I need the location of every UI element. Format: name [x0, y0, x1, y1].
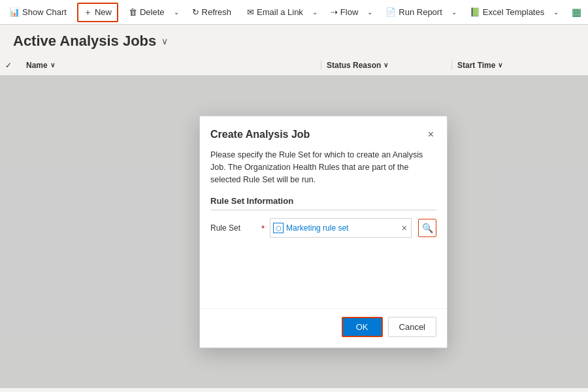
plus-icon: ＋: [84, 7, 92, 18]
chart-icon: 📊: [9, 7, 20, 17]
search-rule-set-button[interactable]: 🔍: [418, 219, 436, 237]
page-title: Active Analysis Jobs: [13, 33, 156, 50]
column-headers: ✓ Name ∨ Status Reason ∨ Start Time ∨: [0, 55, 588, 76]
flow-chevron[interactable]: ⌄: [365, 6, 375, 18]
run-report-label: Run Report: [399, 7, 442, 17]
rule-set-input[interactable]: ⬡ Marketing rule set ×: [270, 218, 412, 238]
new-button[interactable]: ＋ New: [77, 3, 118, 22]
col-start-header[interactable]: Start Time ∨: [452, 61, 583, 70]
col-name-header[interactable]: Name ∨: [26, 61, 321, 70]
delete-chevron[interactable]: ⌄: [171, 6, 182, 18]
show-chart-button[interactable]: 📊 Show Chart: [4, 5, 72, 20]
flow-button[interactable]: ⇢ Flow: [325, 5, 363, 20]
rule-set-value: Marketing rule set: [286, 223, 398, 233]
delete-icon: 🗑: [129, 7, 137, 17]
rule-set-label: Rule Set: [210, 223, 256, 233]
delete-button[interactable]: 🗑 Delete: [123, 5, 170, 20]
flow-label: Flow: [340, 7, 358, 17]
name-col-label: Name: [26, 61, 48, 70]
status-col-chevron: ∨: [384, 61, 388, 69]
grid-icon: ▦: [572, 6, 581, 18]
section-label: Rule Set Information: [210, 196, 436, 210]
cancel-button[interactable]: Cancel: [388, 317, 436, 337]
delete-label: Delete: [140, 7, 165, 17]
modal-description: Please specify the Rule Set for which to…: [210, 149, 436, 186]
refresh-button[interactable]: ↻ Refresh: [187, 5, 237, 20]
name-col-chevron: ∨: [50, 61, 55, 69]
create-analysis-job-modal: Create Analysis Job × Please specify the…: [199, 116, 448, 348]
email-link-label: Email a Link: [257, 7, 303, 17]
rule-set-label-text: Rule Set: [210, 223, 240, 233]
run-report-button[interactable]: 📄 Run Report: [380, 5, 447, 20]
run-report-chevron[interactable]: ⌄: [449, 6, 459, 18]
refresh-icon: ↻: [192, 7, 199, 17]
status-col-label: Status Reason: [327, 61, 381, 70]
email-link-button[interactable]: ✉ Email a Link: [242, 5, 308, 20]
required-star: *: [261, 223, 265, 233]
col-status-header[interactable]: Status Reason ∨: [321, 61, 452, 70]
refresh-label: Refresh: [202, 7, 232, 17]
flow-icon: ⇢: [331, 7, 338, 17]
clear-icon: ×: [402, 223, 407, 233]
close-icon: ×: [428, 129, 434, 140]
modal-footer: OK Cancel: [200, 308, 447, 348]
checkmark-icon: ✓: [5, 61, 12, 70]
report-icon: 📄: [385, 7, 396, 17]
rule-set-field-row: Rule Set * ⬡ Marketing rule set × 🔍: [210, 218, 436, 238]
start-col-label: Start Time: [457, 61, 495, 70]
toolbar: 📊 Show Chart ＋ New 🗑 Delete ⌄ ↻ Refresh …: [0, 0, 588, 25]
excel-templates-label: Excel Templates: [483, 7, 544, 17]
search-icon: 🔍: [422, 223, 433, 233]
modal-body: Please specify the Rule Set for which to…: [200, 149, 447, 256]
excel-templates-chevron[interactable]: ⌄: [551, 6, 561, 18]
page-title-chevron[interactable]: ∨: [161, 36, 168, 46]
email-link-chevron[interactable]: ⌄: [310, 6, 320, 18]
main-area: Create Analysis Job × Please specify the…: [0, 76, 588, 388]
ok-button[interactable]: OK: [342, 317, 383, 337]
email-icon: ✉: [247, 7, 254, 17]
modal-title: Create Analysis Job: [210, 129, 310, 140]
excel-templates-button[interactable]: 📗 Excel Templates: [465, 5, 549, 20]
excel-icon: 📗: [470, 7, 480, 17]
new-label: New: [95, 7, 112, 17]
modal-header: Create Analysis Job ×: [200, 116, 447, 149]
modal-close-button[interactable]: ×: [425, 127, 436, 142]
show-chart-label: Show Chart: [22, 7, 67, 17]
rule-set-icon: ⬡: [273, 223, 284, 233]
clear-rule-set-button[interactable]: ×: [400, 223, 408, 233]
start-col-chevron: ∨: [498, 61, 502, 69]
more-button[interactable]: ▦: [566, 3, 587, 21]
col-check: ✓: [5, 61, 26, 70]
page-header: Active Analysis Jobs ∨: [0, 25, 588, 55]
